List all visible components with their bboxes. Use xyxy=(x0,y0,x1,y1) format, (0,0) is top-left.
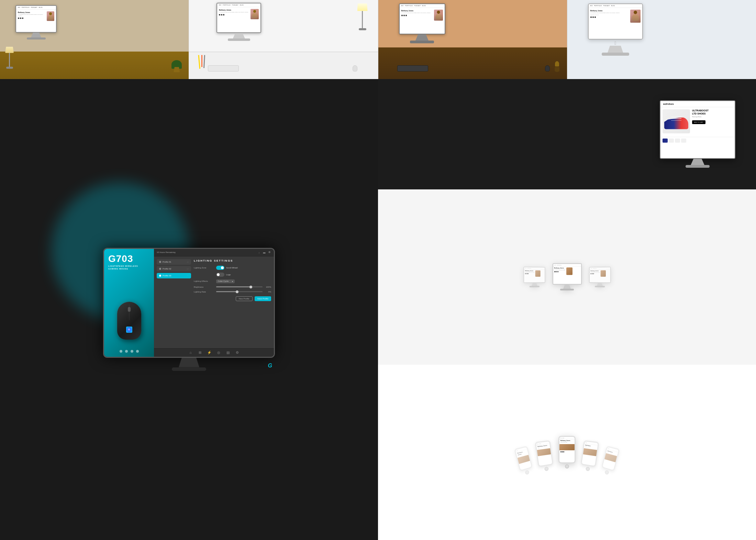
phone-screen-1: BIO Bethany Jones xyxy=(514,446,533,471)
twitter-icon: t xyxy=(22,18,23,19)
phone-1: BIO Bethany Jones xyxy=(514,446,534,476)
thumb-4[interactable] xyxy=(681,139,686,143)
bio-sm-right: BIO xyxy=(591,268,592,269)
gm-mouse-image: G xyxy=(107,298,151,343)
multi-monitor-section: BIO PORTFOLIO Bethany Jones I'm a dedica… xyxy=(378,189,756,365)
monitor-base-cell1 xyxy=(27,37,46,40)
monitor-cell2: BIO PORTFOLIO PODCAST BLOG Bethany Jones… xyxy=(216,3,261,41)
nav-podcast: PODCAST xyxy=(31,7,37,8)
small-monitor-left: BIO PORTFOLIO Bethany Jones I'm a dedica… xyxy=(523,267,545,287)
sm-stand-center xyxy=(563,285,571,289)
phone-3: BIO PORT Bethany Jones culture critic an… xyxy=(558,436,576,469)
sm-stand-right xyxy=(597,283,603,286)
lighting-rate-label: Lighting Rate xyxy=(194,291,216,293)
thumb-1[interactable] xyxy=(663,139,668,143)
nav-portfolio-3: PORTFOLIO xyxy=(405,5,413,7)
gm-product-icons xyxy=(104,350,154,353)
minimal-cell: BIO PORTFOLIO PODCAST BLOG Bethany Jones… xyxy=(567,0,756,79)
portfolio-sm-right: PORTFOLIO xyxy=(593,268,597,268)
ig-icon-3: i xyxy=(401,15,403,16)
tw-icon-4: t xyxy=(594,16,596,18)
shoe-laces xyxy=(671,117,681,121)
shoe-product-title: ULTRABOOSTLTD SHOES xyxy=(692,109,733,115)
monitor-screen-cell3: BIO PORTFOLIO PODCAST BLOG Bethany Jones… xyxy=(399,3,445,34)
nav-bio-4: BIO xyxy=(590,5,593,7)
brightness-row: Brightness 100% xyxy=(194,286,271,288)
bj-subtitle-cell1: I'm a dedicated culture critic and blogg… xyxy=(18,14,45,16)
bj-title-cell1: Bethany Jones xyxy=(18,11,45,13)
fb-sm-center xyxy=(556,271,557,272)
new-profile-button[interactable]: New Profile xyxy=(236,296,253,301)
figurine xyxy=(554,61,560,71)
grid-nav-icon[interactable]: ⊞ xyxy=(198,351,202,355)
logitech-g-logo: G xyxy=(126,327,132,333)
lighting-zone-row: Lighting Zone Scroll Wheel xyxy=(194,266,271,270)
monitor-screen-cell1: BIO PORTFOLIO PODCAST BLOG Bethany Jones… xyxy=(15,5,57,33)
profile-02[interactable]: Profile 02 ··· xyxy=(157,266,191,272)
phone-home-3 xyxy=(565,464,569,469)
bj-hero-cell2: Bethany Jones I'm a dedicated culture cr… xyxy=(217,7,260,21)
shoe-content: ULTRABOOSTLTD SHOES Running Shoes ADD TO… xyxy=(660,107,735,135)
shoe-website-nav: adidas xyxy=(660,101,735,107)
add-to-cart-button[interactable]: ADD TO CART xyxy=(692,120,705,124)
brightness-label: Brightness xyxy=(194,286,216,288)
brightness-slider[interactable] xyxy=(216,286,263,287)
lightning-nav-icon[interactable]: ⚡ xyxy=(207,351,211,355)
scroll-wheel-toggle[interactable] xyxy=(216,266,224,270)
ig-icon-4: i xyxy=(590,16,592,18)
website-preview-cell1: BIO PORTFOLIO PODCAST BLOG Bethany Jones… xyxy=(16,6,56,32)
phone-screen-3: BIO PORT Bethany Jones culture critic an… xyxy=(558,436,576,463)
monitor-screen-cell4: BIO PORTFOLIO PODCAST BLOG Bethany Jones… xyxy=(588,3,643,40)
white-desk-cell: BIO PORTFOLIO PODCAST BLOG Bethany Jones… xyxy=(189,0,378,79)
profile-03-active[interactable]: Profile 03 ··· xyxy=(157,273,191,278)
bj-text-cell1: Bethany Jones I'm a dedicated culture cr… xyxy=(18,11,45,21)
bj-subtitle-cell4: I'm a dedicated culture critic and blogg… xyxy=(590,12,629,14)
nav-podcast-4: PODCAST xyxy=(603,5,610,7)
headset-nav-icon[interactable]: ◎ xyxy=(216,351,221,355)
shoe-monitor-base xyxy=(686,165,710,168)
multi-phone-section: BIO Bethany Jones BIO PORT Bethan xyxy=(378,365,756,540)
logo-toggle[interactable] xyxy=(216,273,224,277)
thumb-2[interactable] xyxy=(669,139,674,143)
profile-01[interactable]: Profile 01 ··· xyxy=(157,259,191,265)
rate-value: 4% xyxy=(264,291,271,293)
gm-main-content: Profile 01 ··· Profile 02 ··· xyxy=(154,256,274,348)
fb-sm-left xyxy=(526,273,527,274)
tw-icon-3: t xyxy=(405,15,407,16)
gaming-monitor-base xyxy=(172,367,206,371)
brightness-thumb[interactable] xyxy=(249,286,252,288)
chart-nav-icon[interactable]: ▤ xyxy=(226,351,230,355)
shoe-monitor-stand xyxy=(691,159,704,165)
thumb-3[interactable] xyxy=(675,139,680,143)
fb-icon-3: f xyxy=(403,15,405,16)
monitor-cell3: BIO PORTFOLIO PODCAST BLOG Bethany Jones… xyxy=(399,3,445,43)
sm-stand-left xyxy=(532,283,537,286)
gm-content: G703 LIGHTSPEED WIRELESSGAMING MOUSE G xyxy=(104,249,274,357)
small-monitor-center: BIO PORTFOLIO Bethany Jones I'm a dedica… xyxy=(553,263,582,290)
home-nav-icon[interactable]: ⌂ xyxy=(189,351,193,355)
lighting-rate-slider[interactable] xyxy=(216,291,263,292)
lighting-effects-row: Lighting Effects Color Cycle ▾ xyxy=(194,279,271,283)
bj-title-cell2: Bethany Jones xyxy=(219,9,249,11)
rate-thumb[interactable] xyxy=(236,290,238,293)
nav-bio-3: BIO xyxy=(401,5,404,7)
lighting-zone-label: Lighting Zone xyxy=(194,267,216,269)
phone-desc-3: culture critic and blogger xyxy=(560,442,574,443)
instagram-icon: i xyxy=(18,18,19,19)
settings-nav-icon[interactable]: ⚙ xyxy=(235,351,239,355)
nav-portfolio-4: PORTFOLIO xyxy=(594,5,602,7)
keyboard-cell2 xyxy=(208,65,239,71)
facebook-icon: f xyxy=(20,18,21,19)
bj-title-cell3: Bethany Jones xyxy=(401,10,432,12)
nav-portfolio: PORTFOLIO xyxy=(22,7,30,8)
monitor-cell1: BIO PORTFOLIO PODCAST BLOG Bethany Jones… xyxy=(15,5,57,40)
bj-nav-cell2: BIO PORTFOLIO PODCAST BLOG xyxy=(217,3,260,7)
shoe-3d-shape xyxy=(664,114,688,129)
phone-2: BIO PORT Bethany Jones Jones xyxy=(535,440,554,472)
gm-settings-panel: LIGHTING SETTINGS Lighting Zone Scroll W… xyxy=(194,259,271,345)
bj-subtitle-cell3: I'm a dedicated culture critic and blogg… xyxy=(401,12,432,14)
lighting-effects-dropdown[interactable]: Color Cycle ▾ xyxy=(216,279,235,283)
phone-nav-1: BIO xyxy=(516,450,518,451)
nav-portfolio-2: PORTFOLIO xyxy=(223,4,231,6)
save-profile-button[interactable]: Save Profile xyxy=(255,296,271,301)
